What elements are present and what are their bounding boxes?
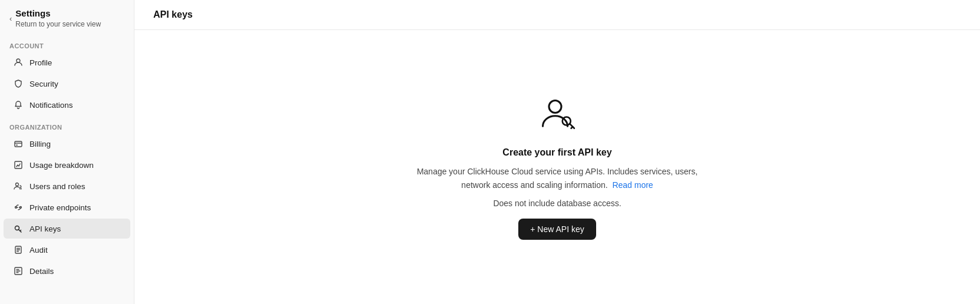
sidebar-item-security-label: Security: [29, 80, 58, 88]
sidebar-item-usage-breakdown[interactable]: Usage breakdown: [4, 155, 130, 175]
read-more-link[interactable]: Read more: [612, 180, 653, 190]
section-label-organization: Organization: [0, 115, 134, 133]
sidebar-item-private-endpoints[interactable]: Private endpoints: [4, 197, 130, 217]
api-key-illustration: [537, 94, 578, 136]
page-title: API keys: [153, 9, 961, 20]
new-api-key-button[interactable]: + New API key: [518, 219, 596, 240]
svg-point-0: [17, 59, 20, 62]
sidebar-item-private-endpoints-label: Private endpoints: [29, 203, 91, 212]
billing-icon: [13, 138, 24, 149]
empty-state-title: Create your first API key: [502, 147, 611, 158]
shield-icon: [13, 78, 24, 89]
main-body: Create your first API key Manage your Cl…: [134, 30, 980, 304]
key-icon: [13, 223, 24, 234]
sidebar-item-users-and-roles[interactable]: Users and roles: [4, 176, 130, 196]
sidebar-item-api-keys-label: API keys: [29, 224, 61, 233]
sidebar-item-billing-label: Billing: [29, 140, 51, 148]
sidebar-item-details-label: Details: [29, 267, 54, 276]
back-link[interactable]: ‹ Settings Return to your service view: [9, 8, 124, 28]
sidebar-item-usage-breakdown-label: Usage breakdown: [29, 161, 94, 170]
endpoints-icon: [13, 202, 24, 213]
sidebar-item-audit[interactable]: Audit: [4, 240, 130, 260]
sidebar-item-notifications[interactable]: Notifications: [4, 95, 130, 115]
person-icon: [13, 57, 24, 68]
section-label-account: Account: [0, 34, 134, 52]
sidebar-subtitle: Return to your service view: [15, 20, 101, 28]
svg-rect-1: [15, 141, 22, 147]
sidebar-item-api-keys[interactable]: API keys: [4, 219, 130, 239]
sidebar-item-details[interactable]: Details: [4, 261, 130, 281]
empty-state-note: Does not include database access.: [493, 199, 621, 208]
main-header: API keys: [134, 0, 980, 30]
sidebar-title: Settings: [15, 8, 101, 19]
sidebar-item-notifications-label: Notifications: [29, 101, 73, 110]
empty-state-description: Manage your ClickHouse Cloud service usi…: [416, 165, 699, 191]
sidebar-item-users-roles-label: Users and roles: [29, 182, 85, 191]
sidebar-item-profile-label: Profile: [29, 58, 52, 67]
sidebar-header: ‹ Settings Return to your service view: [0, 0, 134, 34]
sidebar: ‹ Settings Return to your service view A…: [0, 0, 134, 304]
details-icon: [13, 266, 24, 276]
audit-icon: [13, 244, 24, 255]
chart-icon: [13, 160, 24, 170]
sidebar-item-billing[interactable]: Billing: [4, 134, 130, 154]
svg-rect-2: [16, 145, 18, 146]
svg-point-10: [549, 101, 561, 113]
users-icon: [13, 181, 24, 191]
svg-rect-3: [15, 161, 22, 168]
main-content: API keys Create your first API key Manag…: [134, 0, 980, 304]
sidebar-item-profile[interactable]: Profile: [4, 52, 130, 72]
svg-point-4: [16, 183, 19, 186]
empty-state: Create your first API key Manage your Cl…: [416, 94, 699, 240]
back-chevron-icon: ‹: [9, 14, 12, 23]
sidebar-item-audit-label: Audit: [29, 246, 48, 255]
description-text: Manage your ClickHouse Cloud service usi…: [417, 167, 698, 189]
sidebar-item-security[interactable]: Security: [4, 74, 130, 94]
bell-icon: [13, 100, 24, 110]
